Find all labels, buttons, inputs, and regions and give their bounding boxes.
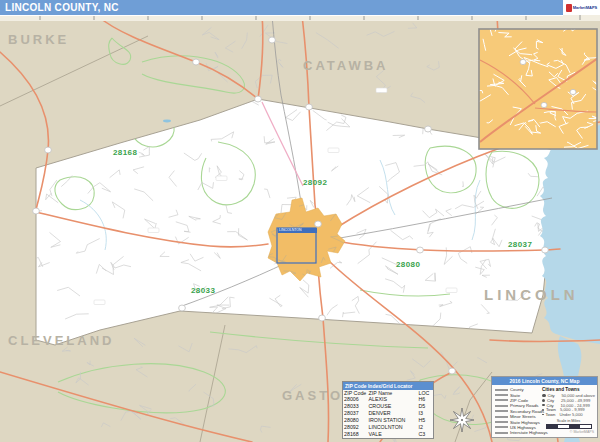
us-highway-swatch <box>495 426 508 428</box>
zip-line-swatch <box>495 399 508 401</box>
primary-road-swatch <box>495 405 508 407</box>
inset-map <box>470 23 600 149</box>
title-banner: LINCOLN COUNTY, NC <box>0 0 563 16</box>
zip-index-table: ZIP Code Index/Grid Locator ZIP Code ZIP… <box>342 381 434 439</box>
county-label-burke: BURKE <box>8 32 69 47</box>
legend-symbols: County State ZIP Code Primary Roads Seco… <box>495 387 539 436</box>
minor-street-swatch <box>495 416 508 418</box>
zip-label-28168: 28168 <box>113 148 137 157</box>
table-row: 28006ALEXISH6 <box>343 396 433 403</box>
state-highway-swatch <box>495 421 508 423</box>
city-dot-icon <box>542 404 545 407</box>
state-line-swatch <box>495 394 508 396</box>
table-row: 28168VALEC3 <box>343 431 433 438</box>
zip-label-28092: 28092 <box>303 178 327 187</box>
table-row: 28080IRON STATIONH5 <box>343 417 433 424</box>
county-label-catawba: CATAWBA <box>303 58 389 73</box>
table-row: 28037DENVERI3 <box>343 410 433 417</box>
city-dot-icon <box>542 414 544 416</box>
publisher-logo: MarketMAPS <box>563 0 600 15</box>
publisher-logo-text: MarketMAPS <box>573 6 597 10</box>
copyright-text: © MarketMAPS <box>542 430 595 434</box>
city-dot-icon <box>542 394 546 398</box>
legend-item: Interstate Highways <box>495 430 539 435</box>
scale-label: Scale in Miles <box>542 419 595 423</box>
cities-header: Cities and Towns <box>542 387 595 392</box>
zip-label-28080: 28080 <box>396 260 420 269</box>
interstate-swatch <box>495 432 508 434</box>
table-row: 28092LINCOLNTONI2 <box>343 424 433 431</box>
legend-cities: Cities and Towns City50,000 and above Ci… <box>542 387 595 436</box>
zip-label-28037: 28037 <box>508 240 532 249</box>
publisher-logo-icon <box>566 4 572 12</box>
county-label-cleveland: CLEVELAND <box>8 333 114 348</box>
city-dot-icon <box>542 409 544 411</box>
scale-bar <box>546 424 592 429</box>
scale-bar-block: Scale in Miles <box>542 419 595 429</box>
county-label-lincoln: LINCOLN <box>484 286 579 303</box>
lake-norman <box>540 125 600 344</box>
compass-rose <box>450 408 474 432</box>
legend: 2016 Lincoln County, NC Map County State… <box>491 376 598 438</box>
zip-label-28033: 28033 <box>191 286 215 295</box>
county-line-swatch <box>495 389 508 391</box>
inset-locator-title: LINCOLNTON <box>278 228 317 233</box>
zip-table-title: ZIP Code Index/Grid Locator <box>343 382 433 390</box>
table-row: 28033CROUSED5 <box>343 403 433 410</box>
legend-title: 2016 Lincoln County, NC Map <box>492 377 597 385</box>
city-dot-icon <box>542 399 545 402</box>
city-size-row: TownUnder 5,000 <box>542 412 595 417</box>
page-title: LINCOLN COUNTY, NC <box>0 2 119 13</box>
secondary-road-swatch <box>495 410 508 412</box>
map-page: LINCOLN COUNTY, NC MarketMAPS BURKE CATA… <box>0 0 600 442</box>
